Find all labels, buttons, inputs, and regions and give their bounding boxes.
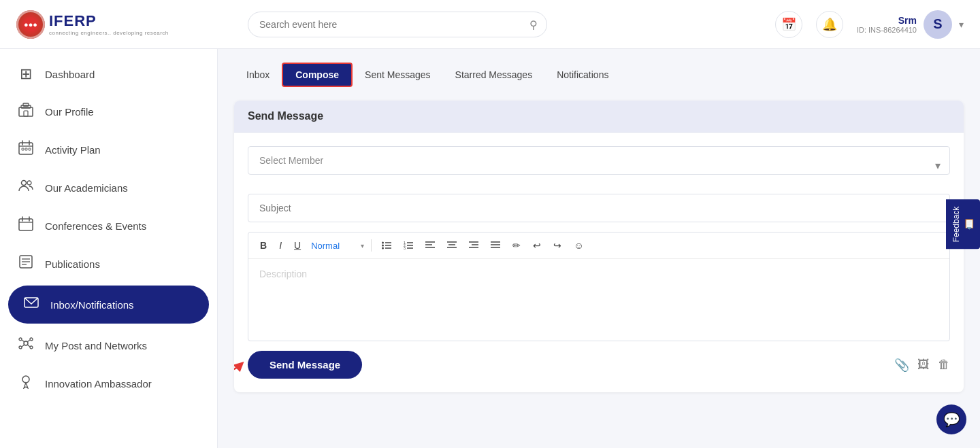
- activity-plan-icon: [16, 140, 35, 159]
- send-message-button[interactable]: Send Message: [248, 351, 362, 379]
- svg-line-28: [27, 340, 30, 342]
- svg-point-36: [382, 247, 384, 249]
- bell-icon: 🔔: [822, 17, 837, 32]
- feedback-label: 📋 Feedback: [946, 199, 980, 249]
- bullet-list-button[interactable]: [377, 239, 396, 252]
- sidebar-item-publications[interactable]: Publications: [0, 245, 217, 283]
- editor-toolbar: B I U Normal Heading 1 Heading 2 Heading…: [248, 232, 949, 259]
- delete-icon[interactable]: 🗑: [938, 358, 950, 372]
- sidebar-item-our-profile[interactable]: Our Profile: [0, 92, 217, 131]
- academicians-icon: [16, 178, 35, 197]
- format-select[interactable]: Normal Heading 1 Heading 2 Heading 3: [308, 239, 365, 253]
- sidebar-item-conferences-events[interactable]: Conferences & Events: [0, 207, 217, 245]
- editor-body[interactable]: Description: [248, 259, 949, 341]
- number-list-button[interactable]: 1.2.3.: [399, 239, 418, 252]
- tab-inbox[interactable]: Inbox: [234, 64, 282, 86]
- svg-rect-2: [23, 103, 29, 106]
- sidebar-item-label: Conferences & Events: [45, 220, 146, 232]
- sidebar-item-innovation-ambassador[interactable]: Innovation Ambassador: [0, 364, 217, 402]
- logo-area: ●●● IFERP connecting engineers.. develop…: [16, 10, 234, 39]
- logo-text: IFERP connecting engineers.. developing …: [49, 12, 169, 36]
- logo-icon: ●●●: [16, 10, 45, 39]
- underline-button[interactable]: U: [289, 238, 306, 253]
- red-arrow: [234, 350, 244, 380]
- svg-line-30: [27, 345, 30, 347]
- sidebar-item-label: Publications: [45, 258, 100, 270]
- justify-button[interactable]: [486, 239, 505, 252]
- align-center-button[interactable]: [442, 239, 461, 252]
- compose-card: Send Message Select Member ▾ B I: [234, 101, 964, 392]
- search-input[interactable]: [248, 12, 547, 37]
- user-info: Srm ID: INS-86264410 S ▾: [857, 10, 964, 39]
- tab-notifications[interactable]: Notifications: [544, 64, 621, 86]
- logo-title: IFERP: [49, 12, 169, 30]
- svg-rect-3: [24, 111, 28, 116]
- svg-rect-8: [22, 148, 24, 150]
- sidebar-item-label: My Post and Networks: [45, 340, 147, 351]
- calendar-button[interactable]: 📅: [775, 11, 802, 38]
- svg-point-23: [19, 338, 22, 341]
- sidebar-item-my-post-networks[interactable]: My Post and Networks: [0, 326, 217, 364]
- svg-point-26: [30, 346, 33, 349]
- svg-rect-9: [25, 148, 27, 150]
- compose-title: Send Message: [248, 110, 323, 122]
- attach-file-icon[interactable]: 📎: [894, 358, 909, 373]
- svg-line-27: [22, 340, 24, 342]
- tab-starred-messages[interactable]: Starred Messages: [443, 64, 545, 86]
- sidebar-item-label: Innovation Ambassador: [45, 378, 152, 390]
- svg-text:3.: 3.: [404, 246, 406, 250]
- app-header: ●●● IFERP connecting engineers.. develop…: [0, 0, 980, 49]
- svg-point-24: [30, 338, 33, 341]
- content-area: Inbox Compose Sent Messages Starred Mess…: [218, 49, 980, 448]
- svg-rect-13: [19, 219, 33, 230]
- notifications-button[interactable]: 🔔: [816, 11, 843, 38]
- sidebar-item-dashboard[interactable]: ⊞ Dashboard: [0, 56, 217, 92]
- user-name: Srm: [857, 15, 917, 26]
- align-right-button[interactable]: [464, 239, 483, 252]
- svg-line-29: [22, 345, 24, 347]
- ambassador-icon: [16, 374, 35, 393]
- sidebar-item-our-academicians[interactable]: Our Academicians: [0, 169, 217, 207]
- subject-input[interactable]: [248, 194, 950, 222]
- conferences-icon: [16, 216, 35, 235]
- svg-point-34: [382, 245, 384, 247]
- svg-point-12: [27, 181, 31, 185]
- chat-icon: 💬: [943, 411, 960, 428]
- sidebar: ⊞ Dashboard Our Profile Activity Plan Ou…: [0, 49, 218, 448]
- sidebar-item-activity-plan[interactable]: Activity Plan: [0, 131, 217, 169]
- format-select-wrap: Normal Heading 1 Heading 2 Heading 3 ▾: [308, 239, 365, 253]
- undo-button[interactable]: ↩: [528, 238, 546, 253]
- tab-sent-messages[interactable]: Sent Messages: [353, 64, 443, 86]
- sidebar-item-inbox-notifications[interactable]: Inbox/Notifications: [8, 286, 209, 324]
- sidebar-item-label: Dashboard: [45, 69, 95, 80]
- inbox-icon: [22, 295, 41, 314]
- emoji-button[interactable]: ☺: [569, 238, 588, 253]
- description-placeholder: Description: [259, 269, 307, 279]
- tab-compose[interactable]: Compose: [282, 63, 353, 87]
- sidebar-item-label: Inbox/Notifications: [50, 299, 134, 311]
- select-member-wrapper: Select Member ▾: [248, 146, 950, 184]
- feedback-tab[interactable]: 📋 Feedback: [946, 199, 980, 249]
- toolbar-divider-1: [371, 239, 372, 252]
- logo-subtitle: connecting engineers.. developing resear…: [49, 30, 169, 36]
- user-id: ID: INS-86264410: [857, 26, 917, 34]
- italic-button[interactable]: I: [274, 238, 287, 253]
- header-actions: 📅 🔔 Srm ID: INS-86264410 S ▾: [775, 10, 964, 39]
- main-layout: ⊞ Dashboard Our Profile Activity Plan Ou…: [0, 49, 980, 448]
- svg-point-32: [382, 242, 384, 244]
- sidebar-item-label: Activity Plan: [45, 144, 101, 156]
- attach-image-icon[interactable]: 🖼: [917, 358, 930, 372]
- select-member[interactable]: Select Member: [248, 146, 950, 175]
- svg-point-11: [22, 181, 27, 186]
- editor-container: B I U Normal Heading 1 Heading 2 Heading…: [248, 232, 950, 341]
- pencil-button[interactable]: ✏: [508, 238, 525, 253]
- bold-button[interactable]: B: [255, 238, 272, 253]
- chat-bubble-button[interactable]: 💬: [936, 404, 966, 434]
- align-left-button[interactable]: [421, 239, 440, 252]
- svg-rect-0: [19, 107, 33, 116]
- chevron-down-icon[interactable]: ▾: [959, 19, 964, 30]
- tabs-bar: Inbox Compose Sent Messages Starred Mess…: [234, 63, 964, 87]
- redo-button[interactable]: ↪: [549, 238, 566, 253]
- user-avatar[interactable]: S: [924, 10, 952, 39]
- calendar-icon: 📅: [781, 17, 796, 32]
